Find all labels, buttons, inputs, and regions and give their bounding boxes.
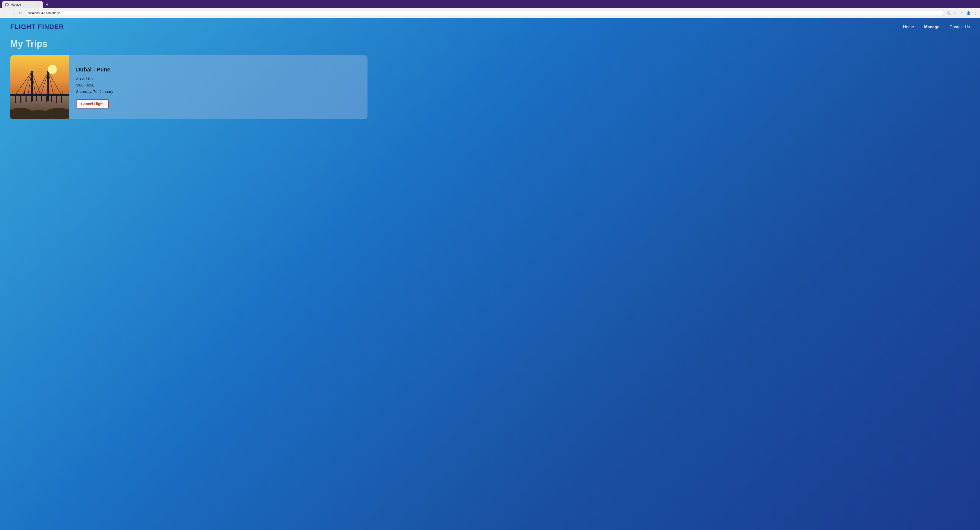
tab-close-button[interactable]: × — [38, 3, 40, 6]
trip-adults: 3 x Adults — [76, 76, 113, 81]
trip-route: Dubai - Pune — [76, 66, 113, 73]
svg-rect-21 — [25, 96, 27, 102]
nav-link-contact[interactable]: Contact Us — [950, 25, 970, 29]
nav-link-manage[interactable]: Manage — [924, 25, 939, 29]
svg-rect-28 — [61, 96, 62, 103]
svg-rect-34 — [47, 91, 48, 94]
back-button[interactable]: ← — [2, 10, 8, 16]
svg-rect-27 — [56, 96, 57, 103]
trip-date: Saturday, 7th January — [76, 89, 113, 94]
nav-links: Home Manage Contact Us — [903, 25, 970, 29]
svg-rect-32 — [32, 91, 32, 94]
svg-rect-36 — [62, 91, 63, 94]
svg-rect-26 — [51, 96, 52, 102]
forward-button[interactable]: → — [10, 10, 16, 16]
app-container: FLIGHT FINDER Home Manage Contact Us My … — [0, 18, 980, 129]
navbar: FLIGHT FINDER Home Manage Contact Us — [0, 18, 980, 36]
page-content: My Trips — [0, 36, 980, 129]
svg-rect-23 — [36, 96, 37, 101]
svg-rect-22 — [30, 96, 32, 102]
nav-item-contact[interactable]: Contact Us — [950, 25, 970, 29]
url-text: localhost:4000/Manage — [28, 11, 60, 15]
toolbar-icons: 🔍 ☆ □ 👤 ⋮ — [946, 10, 978, 16]
svg-rect-19 — [15, 96, 16, 103]
address-bar[interactable]: localhost:4000/Manage — [25, 10, 944, 16]
profile-icon[interactable]: 👤 — [966, 10, 971, 16]
svg-rect-30 — [17, 91, 17, 94]
browser-toolbar: ← → ↻ localhost:4000/Manage 🔍 ☆ □ 👤 ⋮ — [0, 8, 980, 18]
cancel-flight-button[interactable]: Cancel Flight — [76, 99, 109, 108]
brand-logo: FLIGHT FINDER — [10, 23, 64, 31]
browser-chrome: Manage × + ← → ↻ localhost:4000/Manage 🔍… — [0, 0, 980, 18]
svg-point-29 — [48, 65, 57, 74]
svg-rect-31 — [24, 91, 25, 94]
tab-bar: Manage × + — [0, 0, 980, 8]
trip-image — [10, 56, 69, 119]
zoom-icon[interactable]: 🔍 — [946, 10, 951, 16]
new-tab-button[interactable]: + — [44, 1, 51, 8]
svg-point-0 — [6, 3, 8, 6]
svg-rect-24 — [41, 96, 42, 101]
nav-link-home[interactable]: Home — [903, 25, 914, 29]
bookmark-icon[interactable]: ☆ — [953, 10, 958, 16]
svg-rect-35 — [55, 91, 56, 94]
svg-rect-20 — [21, 96, 21, 103]
page-title: My Trips — [10, 38, 970, 49]
browser-tab[interactable]: Manage × — [2, 1, 43, 8]
trip-time: 3:00 - 6:30 — [76, 83, 113, 87]
reload-button[interactable]: ↻ — [18, 10, 24, 16]
tab-title: Manage — [11, 3, 21, 6]
trip-card: Dubai - Pune 3 x Adults 3:00 - 6:30 Satu… — [10, 56, 368, 119]
svg-rect-25 — [46, 96, 47, 102]
trip-image-svg — [10, 56, 69, 119]
nav-item-manage[interactable]: Manage — [924, 25, 939, 29]
menu-icon[interactable]: ⋮ — [972, 10, 978, 16]
tab-favicon — [5, 3, 9, 6]
nav-item-home[interactable]: Home — [903, 25, 914, 29]
trip-details: Dubai - Pune 3 x Adults 3:00 - 6:30 Satu… — [69, 56, 121, 119]
extensions-icon[interactable]: □ — [959, 10, 965, 16]
svg-rect-33 — [40, 91, 40, 94]
